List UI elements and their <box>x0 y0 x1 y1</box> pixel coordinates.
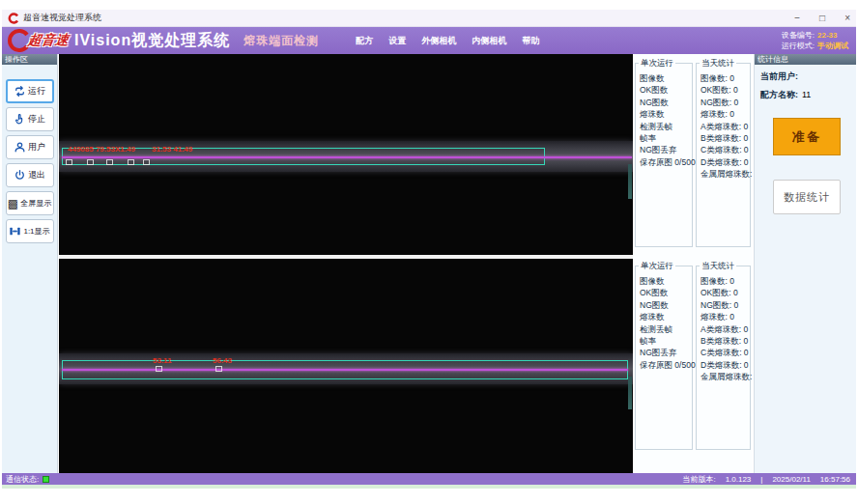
stop-button[interactable]: 停止 <box>6 107 54 131</box>
stats-column: 单次运行 图像数 OK图数 NG图数 熔珠数 检测丢帧 帧率 NG图丢弃 保存原… <box>633 54 753 473</box>
stat-row: NG图数: 0 <box>701 97 750 108</box>
stat-row: C类熔珠数: 0 <box>701 144 750 155</box>
stat-row: NG图数: 0 <box>701 299 750 311</box>
window-bottom-edge <box>2 485 856 489</box>
stat-row: 帧率 <box>640 335 692 347</box>
defect-marker <box>66 159 72 165</box>
stat-row: OK图数: 0 <box>701 84 750 96</box>
single-run-groupbox: 单次运行 图像数 OK图数 NG图数 熔珠数 检测丢帧 帧率 NG图丢弃 保存原… <box>635 266 693 450</box>
camera-view-top[interactable]: 449085 79.53X1.49 31.53 41.49 <box>59 54 633 255</box>
stat-row: OK图数: 0 <box>701 287 750 298</box>
status-time: 16:57:56 <box>820 475 850 484</box>
menu-item-outer-camera[interactable]: 外侧相机 <box>421 35 456 47</box>
status-date: 2025/02/11 <box>772 475 810 484</box>
image-area: 449085 79.53X1.49 31.53 41.49 53.11 56.4… <box>59 54 633 473</box>
brand-logo-text: 超音速 <box>27 32 71 49</box>
user-button[interactable]: 用户 <box>6 135 54 159</box>
run-mode-label: 运行模式: <box>782 42 815 50</box>
brand-logo: 超音速 <box>6 29 69 52</box>
stat-row: 熔珠数: 0 <box>701 108 750 120</box>
data-statistics-button[interactable]: 数据统计 <box>773 180 841 214</box>
daily-stats-groupbox: 当天统计 图像数: 0 OK图数: 0 NG图数: 0 熔珠数: 0 A类熔珠数… <box>696 266 751 450</box>
device-info: 设备编号:22-33 运行模式:手动调试 <box>782 30 848 51</box>
defect-marker <box>128 159 134 165</box>
stat-row: B类熔珠数: 0 <box>701 335 750 347</box>
run-mode-value: 手动调试 <box>817 42 848 50</box>
stat-row: 图像数 <box>640 72 692 84</box>
window-title: 超音速视觉处理系统 <box>23 12 101 24</box>
stat-row: OK图数 <box>640 287 692 298</box>
one-to-one-icon <box>9 225 21 238</box>
defect-marker <box>87 159 94 165</box>
stats-section-bottom: 单次运行 图像数 OK图数 NG图数 熔珠数 检测丢帧 帧率 NG图丢弃 保存原… <box>633 259 753 454</box>
close-button[interactable]: × <box>844 14 850 23</box>
image-edge-artifact <box>628 164 632 199</box>
maximize-button[interactable]: □ <box>819 14 825 23</box>
comm-status-indicator <box>43 476 49 483</box>
minimize-button[interactable]: − <box>794 14 800 23</box>
app-header: 超音速 IVision视觉处理系统 熔珠端面检测 配方 设置 外侧相机 内侧相机… <box>2 27 856 54</box>
status-bar: 通信状态: 当前版本: 1.0.123 | 2025/02/11 16:57:5… <box>2 473 856 485</box>
measurement-annotation: 53.11 <box>153 356 172 365</box>
image-edge-artifact <box>628 377 632 409</box>
stat-row: 检测丢帧 <box>640 323 692 335</box>
stat-row: NG图数 <box>640 299 692 311</box>
app-icon <box>8 13 19 24</box>
menu-item-help[interactable]: 帮助 <box>522 35 539 47</box>
device-no-label: 设备编号: <box>782 31 815 40</box>
operation-sidebar: 操作区 运行 停止 <box>2 54 58 473</box>
stat-row: 图像数: 0 <box>701 275 750 287</box>
stat-row: 检测丢帧 <box>640 121 692 132</box>
run-button[interactable]: 运行 <box>6 79 54 103</box>
stat-row: 图像数: 0 <box>701 72 750 84</box>
stat-row: D类熔珠数: 0 <box>701 359 750 371</box>
stat-row: 帧率 <box>640 132 692 144</box>
app-title: IVision视觉处理系统 <box>74 31 230 51</box>
stat-row: A类熔珠数: 0 <box>701 323 750 335</box>
stat-row: 金属屑熔珠数: 0 <box>701 168 750 180</box>
sidebar-header: 操作区 <box>2 54 57 65</box>
stat-row: NG图丢弃 <box>640 144 692 155</box>
power-icon <box>14 169 26 182</box>
defect-marker <box>106 159 113 165</box>
defect-marker <box>143 159 150 165</box>
menu-item-recipe[interactable]: 配方 <box>356 35 373 47</box>
info-panel: 统计信息 当前用户: 配方名称:11 准备 数据统计 <box>754 54 856 473</box>
exit-button[interactable]: 退出 <box>6 163 54 187</box>
recipe-name-label: 配方名称: <box>760 90 798 99</box>
device-no-value: 22-33 <box>817 31 837 40</box>
stat-row: 保存原图 0/500 <box>640 359 692 371</box>
main-area: 操作区 运行 停止 <box>2 54 856 473</box>
stat-row: 熔珠数 <box>640 108 692 120</box>
info-panel-header: 统计信息 <box>755 54 856 65</box>
defect-marker <box>156 366 162 372</box>
recipe-name-value: 11 <box>802 90 811 99</box>
run-cycle-icon <box>14 85 26 98</box>
version-label: 当前版本: <box>682 474 715 485</box>
stat-row: A类熔珠数: 0 <box>701 121 750 132</box>
comm-status-label: 通信状态: <box>6 474 39 485</box>
stat-row: 保存原图 0/500 <box>640 156 692 168</box>
camera-view-bottom[interactable]: 53.11 56.43 <box>59 259 633 473</box>
status-separator: | <box>760 475 762 484</box>
bead-center-line <box>62 156 632 158</box>
stop-hand-icon <box>14 113 26 126</box>
app-window: 超音速视觉处理系统 − □ × 超音速 IVision视觉处理系统 熔珠端面检测… <box>2 10 856 489</box>
single-run-groupbox: 单次运行 图像数 OK图数 NG图数 熔珠数 检测丢帧 帧率 NG图丢弃 保存原… <box>635 63 693 247</box>
version-value: 1.0.123 <box>726 475 752 484</box>
menu-item-settings[interactable]: 设置 <box>388 35 406 47</box>
current-user-label: 当前用户: <box>760 71 798 81</box>
stat-row: 金属屑熔珠数: 0 <box>701 371 750 382</box>
stat-row: NG图丢弃 <box>640 347 692 358</box>
measurement-annotation: 56.43 <box>213 356 232 365</box>
stat-row: 熔珠数: 0 <box>701 311 750 322</box>
fullscreen-button[interactable]: ▩ 全屏显示 <box>6 191 54 215</box>
bead-center-line <box>62 369 628 371</box>
prepare-button[interactable]: 准备 <box>773 118 841 155</box>
stat-row: B类熔珠数: 0 <box>701 132 750 144</box>
menu-item-inner-camera[interactable]: 内侧相机 <box>472 35 506 47</box>
user-icon <box>14 141 26 154</box>
daily-stats-groupbox: 当天统计 图像数: 0 OK图数: 0 NG图数: 0 熔珠数: 0 A类熔珠数… <box>696 63 751 247</box>
measurement-annotation: 449085 79.53X1.49 <box>68 145 135 154</box>
one-to-one-button[interactable]: 1:1显示 <box>6 219 54 243</box>
